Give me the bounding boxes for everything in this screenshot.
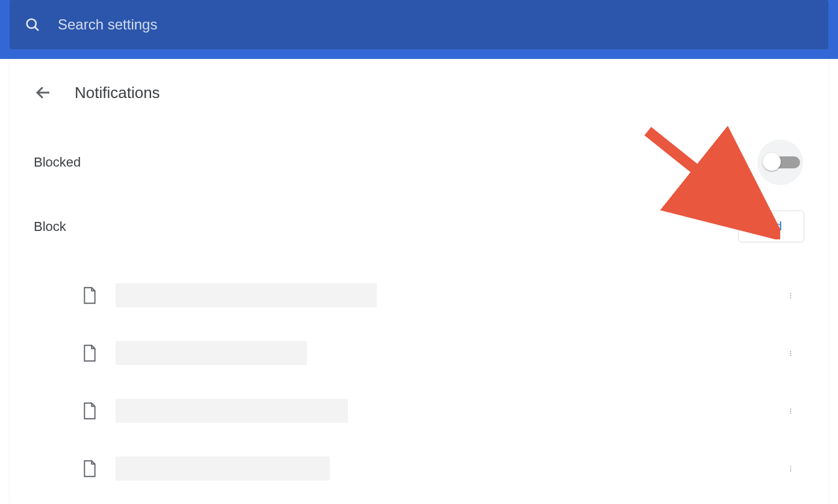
block-section-header: Block Add [34, 211, 804, 242]
search-input[interactable] [58, 16, 814, 33]
svg-point-13 [790, 469, 792, 470]
svg-point-14 [790, 470, 792, 472]
redacted-site-name [116, 399, 348, 423]
settings-content: Notifications Blocked Block Add [10, 59, 828, 504]
page-icon [82, 344, 98, 362]
blocked-sites-list [34, 266, 804, 497]
svg-point-8 [790, 355, 792, 356]
search-bar[interactable] [10, 0, 828, 49]
more-vert-icon [790, 402, 795, 419]
svg-point-12 [790, 467, 792, 468]
site-more-button[interactable] [780, 283, 804, 307]
blocked-setting-row: Blocked [34, 138, 804, 186]
blocked-site-row [82, 382, 804, 440]
site-more-button[interactable] [780, 399, 804, 423]
svg-point-5 [790, 297, 792, 298]
svg-point-7 [790, 353, 792, 354]
svg-point-11 [790, 413, 792, 414]
more-vert-icon [790, 345, 795, 361]
svg-point-6 [790, 351, 792, 352]
redacted-site-name [116, 341, 307, 365]
svg-point-4 [790, 295, 792, 297]
blocked-toggle[interactable] [756, 138, 804, 186]
blocked-label: Blocked [34, 155, 81, 170]
blocked-site-row [82, 440, 804, 497]
page-title: Notifications [75, 84, 160, 102]
svg-point-9 [790, 409, 792, 410]
top-bar-container [0, 0, 838, 59]
add-button[interactable]: Add [738, 211, 804, 242]
blocked-site-row [82, 266, 804, 324]
svg-line-1 [35, 27, 39, 31]
search-icon [24, 16, 41, 33]
blocked-site-row [82, 324, 804, 382]
back-button[interactable] [34, 83, 53, 102]
more-vert-icon [790, 460, 795, 477]
redacted-site-name [116, 456, 330, 481]
page-icon [82, 402, 98, 420]
redacted-site-name [116, 283, 377, 307]
block-section-title: Block [34, 219, 66, 235]
page-header: Notifications [34, 59, 804, 138]
svg-point-0 [27, 19, 36, 28]
svg-point-3 [790, 293, 792, 295]
site-more-button[interactable] [780, 456, 804, 481]
site-more-button[interactable] [780, 341, 804, 365]
page-icon [82, 459, 98, 478]
svg-point-10 [790, 411, 792, 412]
page-icon [82, 286, 98, 304]
more-vert-icon [790, 287, 795, 304]
arrow-left-icon [34, 84, 52, 102]
